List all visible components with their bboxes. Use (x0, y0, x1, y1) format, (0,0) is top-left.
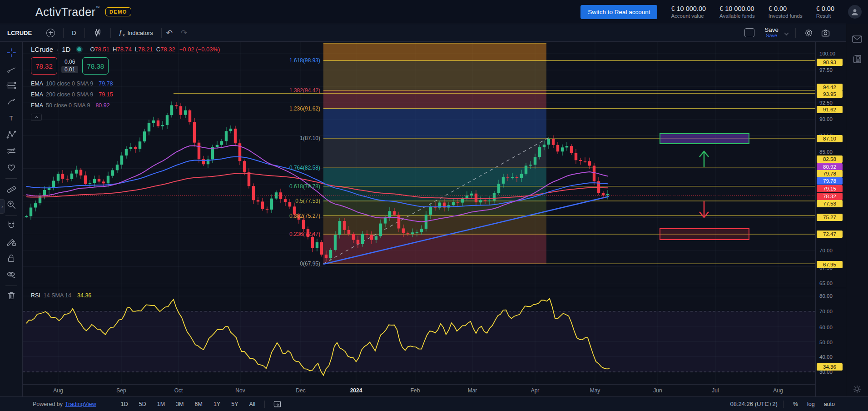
price-badge-79.78: 79.78 (817, 177, 843, 185)
time-axis[interactable]: AugSepOctNovDec2024FebMarAprMayJunJulAug (23, 384, 815, 396)
tool-zoom-in[interactable] (5, 198, 18, 211)
settings-button[interactable] (800, 28, 817, 38)
tool-measure[interactable] (5, 181, 18, 195)
watchlist-flyout-tab[interactable]: › (0, 199, 5, 214)
price-badge-79.15: 79.15 (817, 185, 843, 192)
multi-chart-checkbox[interactable] (744, 28, 754, 37)
price-tick: 40.00 (819, 354, 833, 360)
save-button[interactable]: Save Save (764, 27, 779, 39)
tool-hide-drawings[interactable] (5, 268, 18, 281)
timeframe-All[interactable]: All (245, 400, 260, 409)
symbol-search-button[interactable] (43, 29, 59, 37)
indicator-legend-row[interactable]: EMA200 close 0 SMA 979.15 (31, 89, 220, 100)
rsi-value: 34.36 (77, 292, 91, 299)
fib-label: 1.236(91.62) (289, 105, 320, 112)
change-value: −0.02 (−0.03%) (179, 46, 220, 53)
chart-style-button[interactable] (89, 28, 106, 37)
tool-fib-retracement[interactable] (5, 79, 18, 92)
price-tick: 65.00 (819, 281, 833, 286)
percent-scale-button[interactable]: % (789, 400, 802, 409)
drawing-tools-sidebar: T (0, 42, 23, 396)
fib-band (323, 90, 546, 109)
mail-button[interactable] (851, 34, 863, 46)
symbol-button[interactable]: LCRUDE (7, 30, 32, 36)
timeframe-1M[interactable]: 1M (153, 400, 169, 409)
collapse-legend-button[interactable] (31, 114, 42, 121)
tool-brush[interactable] (5, 95, 18, 109)
fib-label: 1.618(98.93) (289, 57, 320, 64)
auto-scale-button[interactable]: auto (820, 400, 839, 409)
mail-icon (851, 34, 863, 45)
app-logo: ActivTrader™ (35, 5, 100, 19)
timeframe-5D[interactable]: 5D (134, 400, 151, 409)
price-badge-91.62: 91.62 (817, 106, 843, 113)
user-avatar[interactable] (848, 5, 862, 19)
symbol-title-row[interactable]: LCrude · 1D O78.51H78.74L78.21C78.32 −0.… (31, 45, 220, 53)
redo-button[interactable]: ↷ (181, 28, 187, 38)
price-badge-94.42: 94.42 (817, 84, 843, 91)
xabcd-pattern-icon (6, 130, 16, 140)
go-to-date-icon (273, 400, 282, 408)
buy-button[interactable]: 78.38 (82, 57, 109, 75)
switch-to-real-account-button[interactable]: Switch to Real account (580, 5, 657, 19)
screenshot-button[interactable] (817, 28, 834, 38)
candles-icon (93, 28, 102, 37)
log-scale-button[interactable]: log (803, 400, 819, 409)
interval-button[interactable]: D (68, 30, 79, 36)
price-axis[interactable]: 100.0097.5092.5090.0087.5085.0070.0067.5… (815, 42, 846, 396)
timeframe-5Y[interactable]: 5Y (227, 400, 243, 409)
pane-separator[interactable] (23, 288, 846, 288)
price-badge-67.95: 67.95 (817, 261, 843, 268)
tool-emoji[interactable] (5, 160, 18, 174)
price-badge-87.10: 87.10 (817, 135, 843, 142)
price-tick: 100.00 (819, 51, 835, 56)
fib-band (323, 234, 546, 264)
tool-xabcd-pattern[interactable] (5, 128, 18, 141)
account-stat: € 10 000.00Account value (671, 5, 706, 19)
person-icon (850, 7, 859, 16)
powered-by: Powered by TradingView (33, 401, 96, 407)
price-badge-78.32: 78.32 (817, 193, 843, 200)
timeframe-3M[interactable]: 3M (171, 400, 188, 409)
timeframe-1Y[interactable]: 1Y (209, 400, 225, 409)
price-badge-98.93: 98.93 (817, 59, 843, 66)
tool-magnet[interactable] (5, 219, 18, 232)
heart-icon (6, 162, 16, 172)
gear-icon (804, 28, 813, 38)
price-badge-77.53: 77.53 (817, 200, 843, 207)
tool-forecast[interactable] (5, 144, 18, 158)
chart-legend: LCrude · 1D O78.51H78.74L78.21C78.32 −0.… (31, 45, 220, 121)
price-tick: 85.00 (819, 149, 833, 155)
price-tick: 97.50 (819, 67, 833, 73)
indicator-legend-row[interactable]: EMA50 close 0 SMA 980.92 (31, 100, 220, 111)
timeframe-6M[interactable]: 6M (190, 400, 207, 409)
tool-trend-line[interactable] (5, 62, 18, 76)
go-to-date-button[interactable] (269, 400, 285, 408)
camera-icon (821, 28, 830, 38)
indicators-button[interactable]: ƒx Indicators (115, 28, 157, 37)
sell-button[interactable]: 78.32 (31, 57, 57, 75)
price-badge-82.58: 82.58 (817, 155, 843, 163)
indicator-legend-row[interactable]: EMA100 close 0 SMA 979.78 (31, 78, 220, 89)
tool-remove-drawings[interactable] (5, 289, 18, 302)
tool-crosshair[interactable] (5, 46, 18, 60)
fib-label: 0.764(82.58) (289, 165, 320, 171)
tool-lock-all[interactable] (5, 251, 18, 265)
undo-button[interactable]: ↶ (166, 28, 173, 38)
time-axis-label: Jul (712, 387, 719, 394)
chevron-down-icon[interactable] (784, 30, 789, 35)
timeframe-1D[interactable]: 1D (116, 400, 133, 409)
app-header: ActivTrader™ DEMO Switch to Real account… (0, 0, 868, 24)
quote-row: 78.32 0.06 0.01 78.38 (31, 57, 220, 75)
trash-icon (6, 291, 16, 301)
tradingview-link[interactable]: TradingView (65, 401, 96, 407)
axis-settings-button[interactable] (853, 385, 861, 395)
rsi-legend[interactable]: RSI 14 SMA 14 34.36 (31, 292, 91, 299)
news-button[interactable] (852, 54, 863, 66)
tool-drawing-mode[interactable] (5, 235, 18, 249)
tool-text[interactable]: T (5, 111, 18, 125)
time-axis-label: Mar (468, 387, 477, 394)
fib-band (323, 109, 546, 138)
fib-label: 1.382(94.42) (289, 87, 320, 94)
activtrader-app: ActivTrader™ DEMO Switch to Real account… (0, 0, 868, 411)
